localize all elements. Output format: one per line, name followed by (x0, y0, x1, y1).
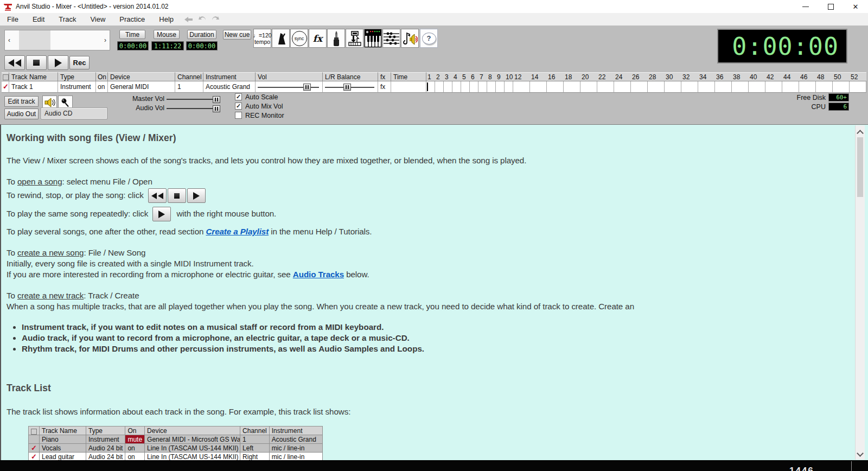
option-checkbox[interactable]: ✓ REC Monitor (235, 112, 284, 119)
menu-item[interactable]: Practice (112, 14, 152, 26)
effects-button[interactable]: fx (309, 29, 327, 48)
timeline-number-cell[interactable]: 48 (816, 72, 833, 81)
audio-jack-button[interactable] (327, 29, 345, 48)
master-vol-slider[interactable] (213, 96, 220, 103)
column-header-type[interactable]: Type (58, 72, 96, 81)
midi-hardware-button[interactable] (346, 29, 363, 48)
column-header-on[interactable]: On (96, 72, 108, 81)
timeline-number-cell[interactable]: 22 (597, 72, 614, 81)
help-play-loop-button[interactable] (152, 207, 171, 221)
timeline-number-cell[interactable]: 32 (681, 72, 698, 81)
timeline-number-cell[interactable]: 34 (698, 72, 715, 81)
column-header-fx[interactable]: fx (378, 72, 391, 81)
column-header-track-name[interactable]: Track Name (9, 72, 58, 81)
scroll-down-icon[interactable] (858, 451, 862, 455)
tempo-button[interactable]: ♩=120 tempo (253, 29, 271, 48)
play-button[interactable] (48, 55, 68, 70)
scroll-up-icon[interactable] (858, 129, 862, 133)
timeline-number-cell[interactable]: 46 (799, 72, 816, 81)
timeline-grid-cell[interactable] (799, 81, 816, 93)
timeline-grid-cell[interactable] (681, 81, 698, 93)
timeline-grid-cell[interactable] (698, 81, 715, 93)
rewind-button[interactable] (4, 55, 25, 70)
timeline-number-cell[interactable]: 16 (547, 72, 564, 81)
new-cue-button[interactable]: New cue (223, 30, 251, 40)
timeline-grid-cell[interactable] (478, 81, 487, 93)
timeline-number-cell[interactable]: 50 (833, 72, 850, 81)
timeline-number-cell[interactable]: 6 (470, 72, 478, 81)
option-checkbox[interactable]: ✓ Auto Scale (235, 93, 284, 100)
timeline-grid-cell[interactable] (715, 81, 732, 93)
timeline-number-cell[interactable]: 5 (461, 72, 470, 81)
timeline-grid-cell[interactable] (513, 81, 530, 93)
audio-out-device-field[interactable]: Audio CD (41, 108, 107, 119)
timeline-grid-cell[interactable] (614, 81, 631, 93)
stop-button[interactable] (26, 55, 47, 70)
timeline-grid-cell[interactable] (547, 81, 564, 93)
menu-item[interactable]: Help (152, 14, 181, 26)
track-fx-cell[interactable]: fx (378, 81, 391, 93)
scroll-right-arrow[interactable]: › (101, 30, 110, 50)
timeline-number-cell[interactable]: 7 (478, 72, 487, 81)
column-header-time[interactable]: Time (391, 72, 426, 81)
menu-item[interactable]: Track (52, 14, 83, 26)
track-device-cell[interactable]: General MIDI (108, 81, 175, 93)
undo-icon[interactable] (198, 16, 207, 23)
help-play-button[interactable] (187, 188, 206, 203)
timeline-number-cell[interactable]: 20 (580, 72, 597, 81)
metronome-button[interactable] (272, 29, 290, 48)
timeline-number-cell[interactable]: 36 (715, 72, 732, 81)
timeline-grid-cell[interactable] (665, 81, 681, 93)
help-rewind-button[interactable] (148, 188, 167, 203)
timeline-grid-cell[interactable] (850, 81, 866, 93)
column-header-channel[interactable]: Channel (175, 72, 203, 81)
select-all-checkbox[interactable] (2, 72, 9, 81)
timeline-grid-cell[interactable] (648, 81, 665, 93)
timeline-grid-cell[interactable] (732, 81, 749, 93)
help-stop-button[interactable] (168, 188, 186, 203)
timeline-number-cell[interactable]: 8 (487, 72, 496, 81)
sync-button[interactable]: sync (290, 29, 308, 48)
timeline-number-cell[interactable]: 4 (452, 72, 461, 81)
timeline-number-cell[interactable]: 24 (614, 72, 631, 81)
timeline-number-cell[interactable]: 9 (496, 72, 505, 81)
timeline-grid-cell[interactable] (487, 81, 496, 93)
time-button[interactable]: Time (119, 30, 145, 39)
audio-tracks-link[interactable]: Audio Tracks (293, 270, 344, 279)
timeline-number-cell[interactable]: 38 (732, 72, 749, 81)
audio-out-button[interactable]: Audio Out (4, 109, 39, 119)
column-header-vol[interactable]: Vol (256, 72, 323, 81)
timeline-grid-cell[interactable] (765, 81, 782, 93)
song-position-scrollbar[interactable]: ‹ › (4, 30, 110, 50)
column-header-device[interactable]: Device (108, 72, 175, 81)
playhead-cursor[interactable] (427, 82, 428, 91)
timeline-number-cell[interactable]: 18 (564, 72, 580, 81)
timeline-grid-cell[interactable] (505, 81, 513, 93)
scroll-trough[interactable] (14, 30, 101, 50)
timeline-grid-cell[interactable] (564, 81, 580, 93)
timeline-grid-cell[interactable] (597, 81, 614, 93)
help-scrollbar[interactable] (855, 125, 865, 460)
track-channel-cell[interactable]: 1 (175, 81, 203, 93)
timeline-grid-cell[interactable] (452, 81, 461, 93)
mouse-button[interactable]: Mouse (154, 30, 180, 39)
midi-events-button[interactable] (382, 29, 400, 48)
timeline-grid-cell[interactable] (496, 81, 505, 93)
timeline-grid-cell[interactable] (631, 81, 648, 93)
track-name-cell[interactable]: Track 1 (9, 81, 58, 93)
timeline-number-cell[interactable]: 12 (513, 72, 530, 81)
timeline-grid-cell[interactable] (833, 81, 850, 93)
record-button[interactable]: Rec (69, 56, 90, 69)
timeline-number-cell[interactable]: 10 (505, 72, 513, 81)
timeline-number-cell[interactable]: 44 (782, 72, 799, 81)
timeline-grid-cell[interactable] (816, 81, 833, 93)
column-header-instrument[interactable]: Instrument (203, 72, 256, 81)
duration-button[interactable]: Duration (187, 30, 216, 39)
menu-item[interactable]: File (0, 14, 25, 26)
menu-item[interactable]: View (83, 14, 112, 26)
menu-item[interactable]: Edit (25, 14, 52, 26)
timeline-number-cell[interactable]: 1 (426, 72, 435, 81)
timeline-number-cell[interactable]: 26 (631, 72, 648, 81)
minimize-button[interactable] (793, 0, 818, 13)
help-scroll-thumb[interactable] (857, 137, 863, 197)
